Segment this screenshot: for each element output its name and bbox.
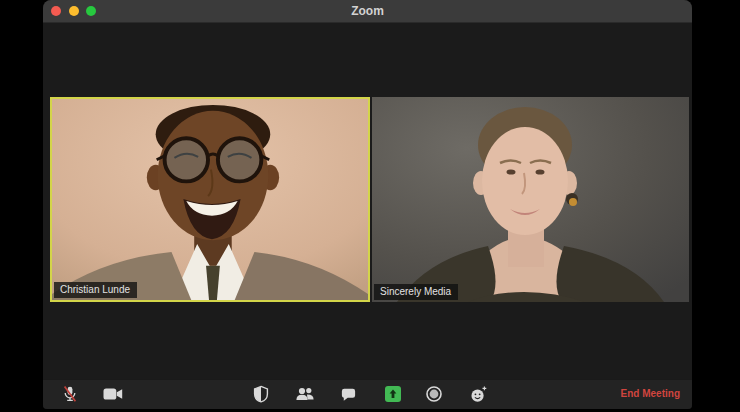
chat-button[interactable] [334, 379, 362, 409]
video-tile-sincerely-media[interactable]: Sincerely Media [372, 97, 689, 302]
share-screen-button[interactable] [379, 379, 407, 409]
microphone-muted-icon [61, 385, 79, 403]
window-title: Zoom [43, 0, 692, 22]
participant-name-label: Sincerely Media [374, 284, 458, 300]
security-shield-icon [252, 385, 270, 403]
end-meeting-button[interactable]: End Meeting [621, 379, 680, 409]
video-camera-icon [103, 387, 123, 401]
video-tile-christian-lunde[interactable]: Christian Lunde [50, 97, 370, 302]
participant-name-label: Christian Lunde [54, 282, 137, 298]
chat-bubble-icon [340, 386, 357, 403]
window-titlebar[interactable]: Zoom [43, 0, 692, 23]
participants-button[interactable] [291, 379, 319, 409]
participant-video-sincerely [372, 97, 689, 302]
security-button[interactable] [247, 379, 275, 409]
video-button[interactable] [99, 379, 127, 409]
reactions-button[interactable] [464, 379, 492, 409]
zoom-app-window: Zoom [43, 0, 692, 409]
participant-video-christian [52, 99, 368, 300]
mute-button[interactable] [56, 379, 84, 409]
share-screen-arrow-icon [385, 386, 401, 402]
participants-icon [295, 386, 315, 402]
meeting-toolbar [43, 379, 692, 409]
record-button[interactable] [420, 379, 448, 409]
reactions-smiley-icon [469, 385, 488, 404]
record-circle-icon [425, 385, 443, 403]
desktop-background: Zoom [0, 0, 740, 412]
